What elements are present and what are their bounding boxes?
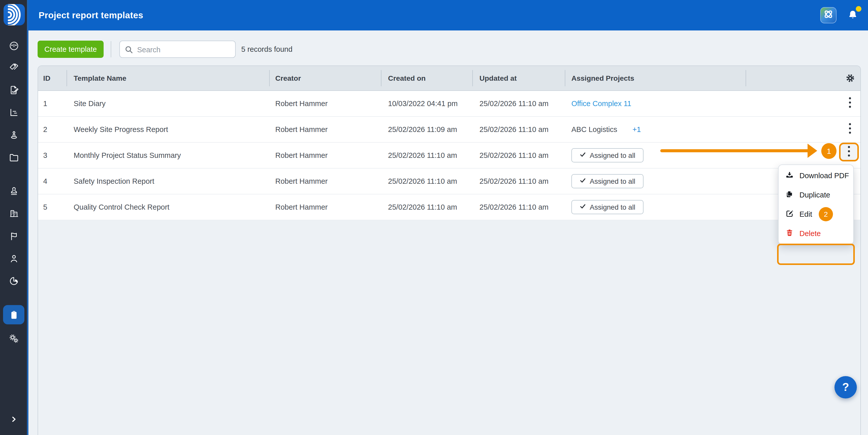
tags-icon [8,62,19,73]
person-pin-icon [8,130,19,140]
menu-item-label: Edit [800,210,812,218]
menu-item-duplicate[interactable]: Duplicate [779,185,853,205]
kebab-icon [848,145,850,159]
menu-item-label: Delete [800,229,821,238]
cell-name: Site Diary [74,91,106,116]
templates-table: ID Template Name Creator Created on Upda… [38,65,861,435]
clipboard-icon [8,309,19,320]
folder-icon [8,152,19,163]
cell-updated: 25/02/2026 11:10 am [479,91,549,116]
gears-icon [8,333,19,344]
sidebar-item-settings[interactable] [3,328,24,349]
sidebar [0,0,28,435]
assigned-to-all-button[interactable]: Assigned to all [571,174,644,188]
assigned-to-all-label: Assigned to all [590,203,635,211]
table-row[interactable]: 3 Monthly Project Status Summary Robert … [38,143,860,169]
cell-creator: Robert Hammer [275,169,328,194]
column-divider [66,70,67,86]
sidebar-item-report-templates[interactable] [3,305,24,324]
column-header-id[interactable]: ID [43,66,50,90]
chart-icon [8,107,19,118]
sidebar-item-tags[interactable] [3,57,24,78]
cell-id: 3 [43,143,47,168]
menu-item-edit[interactable]: Edit [779,205,853,224]
column-header-name[interactable]: Template Name [74,66,126,90]
chevron-right-icon [9,415,18,424]
flag-icon [8,231,19,241]
company-logo[interactable] [4,4,25,25]
sidebar-item-reports[interactable] [3,102,24,122]
column-divider [269,70,270,86]
dashboard-icon [8,40,19,51]
assigned-project-text: ABC Logistics [571,125,617,133]
assigned-to-all-label: Assigned to all [590,177,635,185]
assigned-more-badge[interactable]: +1 [632,125,641,133]
assigned-to-all-label: Assigned to all [590,152,635,159]
search-input[interactable] [136,42,235,58]
menu-item-label: Duplicate [800,191,830,199]
column-header-updated[interactable]: Updated at [479,66,517,90]
menu-item-delete[interactable]: Delete [779,224,853,243]
cell-created: 25/02/2026 11:10 am [388,143,457,168]
top-bar: Project report templates [28,0,868,30]
assigned-project-link[interactable]: Office Complex 11 [571,91,631,116]
table-settings-button[interactable] [845,73,856,84]
column-header-creator[interactable]: Creator [275,66,301,90]
menu-item-label: Download PDF [800,172,849,180]
sidebar-item-companies[interactable] [3,203,24,223]
row-actions-button-highlighted[interactable] [839,143,859,161]
user-icon [8,253,19,264]
menu-item-download-pdf[interactable]: Download PDF [779,166,853,185]
sidebar-item-dashboard[interactable] [3,36,24,56]
column-divider [565,70,565,86]
cell-created: 25/02/2026 11:10 am [388,194,457,220]
check-icon [580,203,586,211]
column-header-assigned[interactable]: Assigned Projects [571,66,634,90]
app-switcher-button[interactable] [820,7,837,23]
create-template-button[interactable]: Create template [38,41,103,58]
edit-icon [785,209,794,219]
cell-creator: Robert Hammer [275,143,328,168]
sidebar-item-site-view[interactable] [3,125,24,145]
cell-id: 4 [43,169,47,194]
cell-name: Safety Inspection Report [74,169,154,194]
table-row[interactable]: 4 Safety Inspection Report Robert Hammer… [38,169,860,194]
page-title: Project report templates [39,0,143,30]
sidebar-item-approvals[interactable] [3,181,24,201]
row-actions-button[interactable] [845,123,854,136]
column-divider [746,70,746,86]
sidebar-item-analytics[interactable] [3,271,24,291]
sidebar-item-projects[interactable] [3,147,24,168]
check-icon [580,177,586,185]
cell-updated: 25/02/2026 11:10 am [479,143,549,168]
step-2-badge: 2 [819,207,833,221]
document-edit-icon [8,85,19,95]
notification-dot [856,6,861,12]
sidebar-item-issues[interactable] [3,226,24,246]
cell-creator: Robert Hammer [275,194,328,220]
step-1-badge: 1 [821,143,837,159]
column-header-created[interactable]: Created on [388,66,426,90]
row-actions-button[interactable] [845,97,854,110]
cell-created: 10/03/2022 04:41 pm [388,91,458,116]
bell-icon [847,14,859,23]
assigned-to-all-button[interactable]: Assigned to all [571,200,644,214]
annotation-arrow-head [808,144,817,158]
records-count: 5 records found [241,41,292,58]
pie-chart-icon [8,275,19,286]
question-mark-icon: ? [842,381,849,394]
help-button[interactable]: ? [835,376,857,398]
cell-updated: 25/02/2026 11:10 am [479,194,549,220]
sidebar-item-users[interactable] [3,248,24,269]
sidebar-item-site-diary[interactable] [3,80,24,100]
table-row[interactable]: 1 Site Diary Robert Hammer 10/03/2022 04… [38,91,860,117]
cell-id: 5 [43,194,47,220]
table-row[interactable]: 2 Weekly Site Progress Report Robert Ham… [38,117,860,143]
assigned-to-all-button[interactable]: Assigned to all [571,148,644,162]
kebab-icon [848,97,851,110]
table-row[interactable]: 5 Quality Control Check Report Robert Ha… [38,194,860,220]
trash-icon [785,228,794,239]
kebab-icon [848,123,851,136]
sidebar-collapse-toggle[interactable] [3,409,24,429]
cell-id: 1 [43,91,47,116]
